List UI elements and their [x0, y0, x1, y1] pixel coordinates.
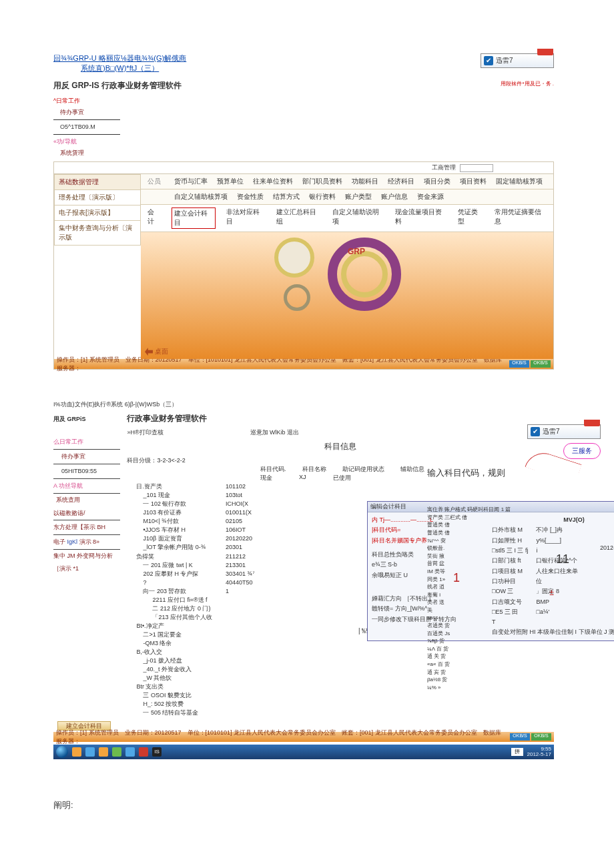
- close-icon[interactable]: [584, 420, 600, 426]
- tab-item[interactable]: 固定辅助核算项: [496, 177, 543, 186]
- nav-code: O5^1TB09.M: [60, 121, 554, 133]
- task-icon[interactable]: IS: [152, 747, 162, 757]
- tab-item[interactable]: 凭证类型: [458, 207, 484, 229]
- tab-item[interactable]: 银行资料: [309, 192, 336, 201]
- back-icon: [145, 348, 153, 356]
- leftmenu-item[interactable]: 集中财务查询与分析〔演示版: [54, 221, 141, 246]
- tab-item[interactable]: 项目分类: [424, 177, 450, 186]
- tab-item[interactable]: 账户信息: [381, 192, 408, 201]
- speed-up: OKB/S: [531, 360, 551, 368]
- nav-misc[interactable]: 以磁教赂谙/: [53, 506, 120, 521]
- tray-clock: 9:552012-5-17: [527, 747, 551, 759]
- leftmenu-item[interactable]: 基础数据管理: [54, 174, 141, 190]
- link-sys[interactable]: 系统直)B□(W)*ftJ（三）: [81, 64, 159, 72]
- tab-row-2: 会计 建立会计科目 非法对应科目 建立汇总科目组 自定义辅助说明项 现金流量项目…: [141, 205, 553, 232]
- tab-item[interactable]: 建立汇总科目组: [276, 207, 322, 229]
- nav-elec[interactable]: 电子 IgKl 演示 8»: [53, 535, 120, 550]
- code-col: 101102103totICHOI(X010011(X02105106IOT20…: [226, 482, 255, 717]
- arrow-icon: ✔: [531, 427, 540, 436]
- status-bar-2: 操作员：[1] 系统管理员 业务日期：20120517 单位：[1010101]…: [53, 732, 554, 742]
- nav-daily-2[interactable]: 么日常工作: [53, 435, 120, 450]
- nav-daily[interactable]: ^日常工作: [53, 95, 554, 107]
- frame-1: 工商管理 基础数据管理 璟务处理〔演示版〕 电子报表[演示版】 集中财务查询与分…: [53, 161, 554, 370]
- nav-sysuse[interactable]: 系统查用: [53, 494, 120, 506]
- canvas-area: GRP 桌面: [141, 232, 553, 359]
- hdr: 科目名称: [302, 465, 326, 474]
- toolbar-print[interactable]: »H®打印查核: [127, 428, 163, 437]
- tab-item[interactable]: 非法对应科目: [226, 207, 266, 229]
- tab-item[interactable]: 经济科目: [388, 177, 414, 186]
- tab-item[interactable]: 常用凭证摘要信息: [495, 207, 547, 229]
- nav-todo[interactable]: 待办事宜: [60, 107, 554, 118]
- cell: XJ: [299, 474, 306, 482]
- fr-tabs: 寓住养 账户格式 码硬叫科目闻 1 篇: [427, 506, 601, 514]
- nav-east[interactable]: 东方处理【茶示 BH: [53, 520, 120, 535]
- far-right-panel: ✔ 迅雷7 三服务 输入科目代码，规则 寓住养 账户格式 码硬叫科目闻 1 篇 …: [427, 424, 601, 691]
- dialog-title: 编辑会计科目: [370, 502, 406, 511]
- task-icon[interactable]: [112, 747, 121, 757]
- nav-concentrate[interactable]: 集中 JM 外变冏与分析［演示 *1: [53, 552, 113, 572]
- start-orb-icon[interactable]: [56, 746, 68, 758]
- back-desktop[interactable]: 桌面: [145, 347, 168, 356]
- footer-label: 阐明:: [53, 799, 554, 811]
- task-icon[interactable]: [99, 747, 108, 757]
- tab-item[interactable]: 项目资料: [460, 177, 487, 186]
- tab-item[interactable]: 自定义辅助说明项: [332, 207, 384, 229]
- search-label: 工商管理: [432, 163, 456, 172]
- tab-item[interactable]: 往来单位资料: [253, 177, 293, 186]
- tab-item[interactable]: 资金来源: [417, 192, 444, 201]
- grp-logo: GRP: [348, 247, 365, 256]
- tab-item[interactable]: 自定义辅助核算项: [174, 192, 228, 201]
- speed-down: OKB/S: [509, 360, 529, 368]
- fr-date: 2012-05-1: [600, 544, 614, 551]
- fr-cols: 资产类 三栏式 借: [427, 514, 601, 522]
- left-menu: 基础数据管理 璟务处理〔演示版〕 电子报表[演示版】 集中财务查询与分析〔演示版: [54, 174, 141, 359]
- menubar-2: I%功血)文件(E)执行®系统 6)β-|(W)WSb（三）: [53, 400, 554, 409]
- account-tree[interactable]: 日.资产类_101 现金一 102 银行存款J103 有价证券M10<| ¾付款…: [136, 482, 212, 717]
- status-text: 操作员：[1] 系统管理员 业务日期：20120517 单位：[1010101]…: [56, 729, 506, 746]
- thunder-widget: ✔ 迅雷7: [481, 53, 554, 68]
- close-icon[interactable]: [537, 49, 553, 55]
- tab-item[interactable]: 现金流量项目资料: [395, 207, 447, 229]
- hdr: 科目代码.: [260, 465, 286, 474]
- app-title-2a: 用及 GRPiS: [53, 416, 86, 422]
- tab-item[interactable]: 预算单位: [217, 177, 244, 186]
- cell: 现金: [260, 474, 272, 482]
- thunder-widget-2: ✔ 迅雷7: [527, 424, 601, 439]
- status-bar-1: 操作员：[1] 系统管理员 业务日期：20120517 单位：[1010101]…: [54, 359, 553, 369]
- leftmenu-item[interactable]: 璟务处理〔演示版〕: [54, 190, 141, 205]
- nav-todo-2[interactable]: 待办事宜: [53, 450, 120, 464]
- circle-icon: [284, 284, 310, 311]
- leftmenu-item[interactable]: 电子报表[演示版】: [54, 205, 141, 221]
- arrow-icon: ✔: [484, 56, 493, 65]
- tab-item[interactable]: 资金性质: [237, 192, 264, 201]
- task-icon[interactable]: [125, 747, 135, 757]
- tab-item[interactable]: 账户类型: [345, 192, 372, 201]
- tab-item-active[interactable]: 建立会计科目: [172, 207, 216, 229]
- circle-icon: [341, 251, 388, 298]
- task-icon[interactable]: [72, 747, 81, 757]
- toolbar-exit[interactable]: 巡意加 WlKib 退出: [250, 428, 300, 437]
- tab-row-1: 公员 货币与汇率 预算单位 往来单位资料 部门职员资料 功能科目 经济科目 项目…: [141, 174, 553, 189]
- nav-func-2[interactable]: A 功丝导航: [53, 479, 120, 494]
- task-icon[interactable]: [85, 747, 95, 757]
- hdr: 辅助信息: [400, 465, 424, 474]
- task-icon[interactable]: [139, 747, 148, 757]
- cell: 已使用: [333, 474, 351, 482]
- lang-indicator[interactable]: 拼: [511, 748, 523, 756]
- tab-item[interactable]: 货币与汇率: [174, 177, 208, 186]
- nav-sysmgr[interactable]: 系统赁理: [60, 147, 554, 159]
- tab-item[interactable]: 结算方式: [273, 192, 300, 201]
- tab-item[interactable]: 部门职员资料: [302, 177, 342, 186]
- circle-icon: [274, 238, 314, 278]
- search-input[interactable]: [460, 164, 493, 172]
- nav-func[interactable]: «功/导航: [53, 136, 554, 147]
- tab-row-1b: 自定义辅助核算项 资金性质 结算方式 银行资料 账户类型 账户信息 资金来源: [141, 189, 553, 205]
- cloud-badge: 三服务: [563, 443, 601, 459]
- windows-taskbar[interactable]: IS 拼 9:552012-5-17: [53, 745, 554, 759]
- app-title-1: 用反 GRP-IS 行政事业财务管理软件: [53, 80, 182, 91]
- nav-time: 05HITB09:55: [53, 464, 120, 479]
- link-grpu[interactable]: 回¾¾GRP-U 略丽应⅛器电¾¾(G)解俄商: [53, 54, 186, 62]
- tab-item[interactable]: 功能科目: [352, 177, 378, 186]
- app-title-2b: 行政事业财务管理软件: [127, 413, 207, 424]
